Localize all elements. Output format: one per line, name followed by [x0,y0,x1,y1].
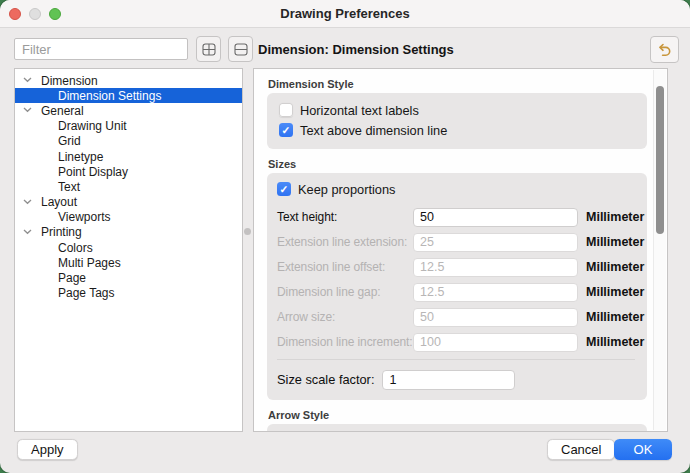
text-height-row: Text height: Millimeter [277,207,637,227]
filter-input[interactable] [14,38,188,60]
sidebar-item-layout[interactable]: Layout [15,195,242,210]
sidebar-item-viewports[interactable]: Viewports [15,210,242,225]
scrollbar-thumb[interactable] [656,86,664,234]
unit-label: Millimeter [578,335,644,349]
sidebar-item-page-tags[interactable]: Page Tags [15,286,242,301]
sidebar-item-label: Grid [58,134,81,148]
unit-label: Millimeter [578,260,644,274]
sidebar-item-label: Point Display [58,165,128,179]
section-title-arrow-style: Arrow Style [268,409,647,421]
unit-label: Millimeter [578,310,644,324]
chevron-down-icon[interactable] [23,77,32,83]
collapse-all-button[interactable] [228,36,253,62]
unit-label: Millimeter [578,285,644,299]
sidebar-item-printing[interactable]: Printing [15,225,242,240]
collapse-all-icon [234,43,248,56]
expand-all-button[interactable] [196,36,221,62]
dimension-style-group: Horizontal text labels Text above dimens… [267,93,647,149]
field-label: Dimension line gap: [277,285,413,299]
checkbox-label: Horizontal text labels [300,103,419,118]
field-label: Dimension line increment: [277,335,413,349]
text-height-input[interactable] [413,208,578,227]
unit-label: Millimeter [578,235,644,249]
sidebar-item-linetype[interactable]: Linetype [15,149,242,164]
sidebar-item-page[interactable]: Page [15,270,242,285]
toolbar: Dimension: Dimension Settings [0,28,690,69]
checkbox-label: Keep proportions [298,182,395,197]
sidebar-item-label: Multi Pages [58,256,121,270]
settings-tree: Dimension Dimension Settings General Dra… [14,68,243,432]
checkbox-label: Text above dimension line [300,123,447,138]
preferences-window: Drawing Preferences Dimension: Dimension… [0,0,690,473]
minimize-icon[interactable] [29,8,41,20]
close-icon[interactable] [9,8,21,20]
scrollbar-track[interactable] [653,70,666,430]
dimension-line-gap-row: Dimension line gap: Millimeter [277,282,637,302]
sidebar-item-label: Dimension Settings [58,89,161,103]
section-title-dimension-style: Dimension Style [268,78,647,90]
extension-line-offset-row: Extension line offset: Millimeter [277,257,637,277]
sidebar-item-point-display[interactable]: Point Display [15,164,242,179]
sidebar-item-colors[interactable]: Colors [15,240,242,255]
size-scale-factor-row: Size scale factor: [277,369,637,390]
sidebar-item-label: Drawing Unit [58,119,127,133]
dimension-line-increment-input [413,333,578,352]
keep-proportions-checkbox[interactable] [277,182,291,196]
sidebar-item-dimension-settings[interactable]: Dimension Settings [15,88,242,103]
sidebar-item-label: Page [58,271,86,285]
undo-arrow-icon [657,43,672,57]
splitter-handle[interactable] [244,228,251,235]
sidebar-item-grid[interactable]: Grid [15,134,242,149]
sizes-group: Keep proportions Text height: Millimeter… [267,173,647,400]
field-label: Extension line extension: [277,235,413,249]
panel-title: Dimension: Dimension Settings [258,42,454,57]
expand-all-icon [202,43,216,56]
sidebar-item-label: Printing [41,225,82,239]
zoom-icon[interactable] [49,8,61,20]
sidebar-item-label: Dimension [41,74,98,88]
horizontal-text-labels-row[interactable]: Horizontal text labels [279,102,635,118]
sidebar-item-label: Viewports [58,210,110,224]
field-label: Extension line offset: [277,260,413,274]
size-scale-factor-input[interactable] [382,370,515,390]
dimension-line-increment-row: Dimension line increment: Millimeter [277,332,637,352]
section-title-sizes: Sizes [268,158,647,170]
horizontal-text-labels-checkbox[interactable] [279,103,293,117]
window-title: Drawing Preferences [280,6,409,21]
apply-button[interactable]: Apply [17,439,78,460]
chevron-down-icon[interactable] [23,199,32,205]
arrow-size-row: Arrow size: Millimeter [277,307,637,327]
arrow-style-group [267,424,647,432]
sidebar-item-dimension[interactable]: Dimension [15,73,242,88]
field-label: Arrow size: [277,310,413,324]
reset-button[interactable] [650,36,679,63]
sidebar-item-label: Layout [41,195,77,209]
sidebar-item-label: General [41,104,84,118]
keep-proportions-row[interactable]: Keep proportions [277,181,637,197]
ok-button[interactable]: OK [614,439,672,460]
field-label: Text height: [277,210,413,224]
extension-line-offset-input [413,258,578,277]
unit-label: Millimeter [578,210,644,224]
sidebar-item-label: Page Tags [58,286,115,300]
chevron-down-icon[interactable] [23,229,32,235]
field-label: Size scale factor: [277,372,374,387]
sidebar-item-label: Text [58,180,80,194]
arrow-size-input [413,308,578,327]
sidebar-item-text[interactable]: Text [15,179,242,194]
sidebar-item-label: Colors [58,241,93,255]
extension-line-extension-input [413,233,578,252]
cancel-button[interactable]: Cancel [547,439,615,460]
chevron-down-icon[interactable] [23,107,32,113]
dimension-settings-panel: Dimension Style Horizontal text labels T… [253,68,668,432]
sidebar-item-general[interactable]: General [15,103,242,118]
dimension-line-gap-input [413,283,578,302]
sidebar-item-multi-pages[interactable]: Multi Pages [15,255,242,270]
extension-line-extension-row: Extension line extension: Millimeter [277,232,637,252]
text-above-dimension-line-row[interactable]: Text above dimension line [279,122,635,138]
titlebar[interactable]: Drawing Preferences [0,0,690,28]
text-above-dimension-line-checkbox[interactable] [279,123,293,137]
sidebar-item-drawing-unit[interactable]: Drawing Unit [15,119,242,134]
sidebar-item-label: Linetype [58,150,103,164]
divider [277,359,635,360]
